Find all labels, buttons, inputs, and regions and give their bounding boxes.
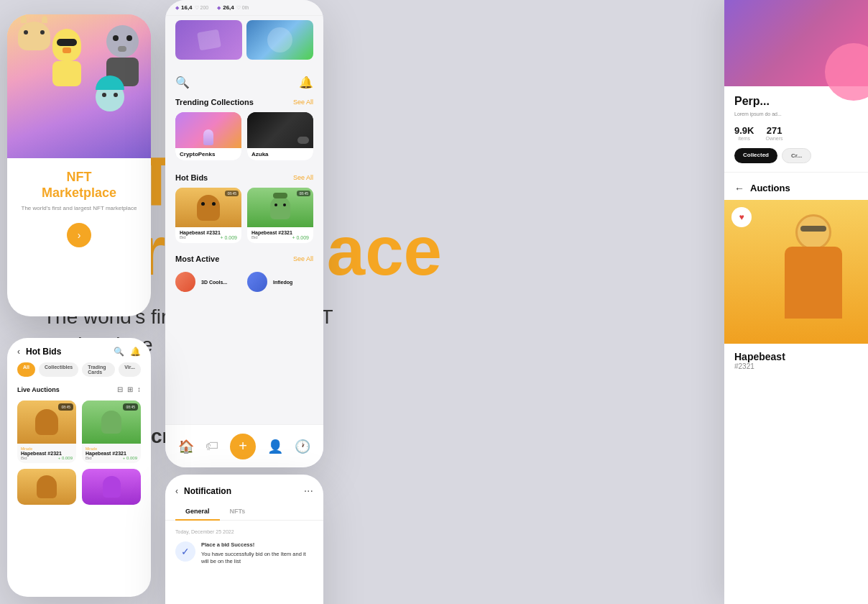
hot-bids-phone: ‹ Hot Bids 🔍 🔔 All Collectibles Trading …: [7, 338, 151, 597]
tab-nfts[interactable]: NFTs: [220, 503, 256, 520]
hot-bids-see-all[interactable]: See All: [293, 174, 313, 181]
auction-card-2[interactable]: 08:45 Miracle Hapebeast #2321 Bid + 0.00…: [82, 401, 141, 463]
notif-bid-icon: ✓: [175, 541, 195, 562]
owners-count: 271: [765, 125, 782, 136]
most-active-title: Most Active: [175, 255, 219, 263]
auction-item-info: Hapebeast #2321: [724, 344, 868, 382]
filter-collectibles[interactable]: Collectibles: [39, 362, 78, 377]
auction-timer-2: 08:45: [123, 403, 138, 411]
notification-phone: ‹ Notification ··· General NFTs Today, D…: [165, 475, 323, 604]
grid-view-icon[interactable]: ⊟: [117, 385, 123, 393]
active1-name: 3D Cools...: [201, 280, 241, 285]
nft1-name: Hapebeast #2321: [180, 230, 237, 235]
auction-price-2: + 0.009: [123, 456, 137, 460]
market-search-icon[interactable]: 🔍: [175, 76, 190, 89]
live-auctions-title: Live Auctions: [17, 386, 60, 393]
bottom-nav: 🏠 🏷 + 👤 🕐: [165, 424, 323, 467]
notif-more-icon[interactable]: ···: [304, 485, 313, 498]
notif-back-icon[interactable]: ‹: [175, 486, 178, 496]
nft2-name: Hapebeast #2321: [251, 230, 309, 235]
hot-bids-header: ‹ Hot Bids 🔍 🔔: [7, 338, 151, 362]
phone-center-body: NFTMarketplace The world's first and lar…: [7, 158, 151, 259]
tab-general[interactable]: General: [175, 503, 220, 521]
nav-tag[interactable]: 🏷: [206, 439, 218, 454]
nft1-type: Bid: [180, 235, 186, 240]
items-label: items: [734, 136, 754, 141]
bell-icon-sm[interactable]: 🔔: [130, 347, 141, 357]
filter-all[interactable]: All: [17, 362, 35, 377]
nft1-price: + 0.009: [220, 235, 237, 240]
filter-trading[interactable]: Trading Cards: [82, 362, 115, 377]
phone-center-subtitle: The world's first and largest NFT market…: [19, 205, 139, 211]
auction-type-1: Bid: [21, 456, 27, 460]
trending-title: Trending Collections: [175, 98, 254, 106]
nft2-price: + 0.009: [292, 235, 309, 240]
notif-item-body: You have successfully bid on the Item an…: [201, 551, 313, 566]
nav-clock[interactable]: 🕐: [295, 439, 310, 454]
tab-collected[interactable]: Collected: [734, 148, 777, 163]
auction-section-header: ← Auctions: [724, 173, 868, 200]
auction-card-1[interactable]: 08:45 Miracle Hapebeast #2321 Bid + 0.00…: [17, 401, 76, 463]
hot-bids-phone-title: Hot Bids: [26, 347, 108, 357]
items-count: 9.9K: [734, 125, 754, 136]
auction-type-2: Bid: [86, 456, 92, 460]
trending-card-1[interactable]: CryptoPenks: [175, 112, 241, 160]
auction-top-bg: [724, 0, 868, 86]
heart-button[interactable]: ♥: [731, 207, 752, 227]
profile-stats: 9.9K items 271 Owners: [734, 125, 858, 141]
trending-see-all[interactable]: See All: [293, 99, 313, 106]
auction-card-4[interactable]: [82, 469, 141, 505]
bid-card-2[interactable]: 08:45 Hapebeast #2321 Bid + 0.009: [247, 188, 313, 243]
owners-label: Owners: [765, 136, 782, 141]
filter-vir[interactable]: Vir...: [119, 362, 141, 377]
auction-grid-2: [7, 469, 151, 505]
nft2-type: Bid: [251, 235, 258, 240]
hot-bids-grid: 08:45 Hapebeast #2321 Bid + 0.009: [175, 188, 313, 243]
notif-date: Today, December 25 2022: [165, 529, 323, 534]
auction-timer-1: 08:45: [58, 403, 73, 411]
notif-tabs: General NFTs: [165, 503, 323, 521]
search-icon-sm[interactable]: 🔍: [114, 347, 124, 357]
nav-home[interactable]: 🏠: [178, 439, 194, 454]
list-view-icon[interactable]: ⊞: [127, 385, 133, 393]
tab-created[interactable]: Cr...: [782, 148, 811, 163]
nav-add-button[interactable]: +: [230, 434, 256, 459]
auction-card-3[interactable]: [17, 469, 76, 505]
hot-bids-title: Hot Bids: [175, 173, 208, 182]
profile-desc: Lorem ipsum do ad...: [734, 111, 858, 118]
auction-price-1: + 0.009: [58, 456, 73, 460]
nav-person[interactable]: 👤: [267, 439, 283, 454]
marketplace-phone: ◆ 16,4 ♡ 200 ◆ 26,4 ♡ 0th 🔍 🔔 Trending C…: [165, 0, 323, 467]
auction-back-icon[interactable]: ←: [734, 183, 744, 194]
auction-phone: Perp... Lorem ipsum do ad... 9.9K items …: [724, 0, 868, 604]
market-header: 🔍 🔔: [165, 64, 323, 95]
notif-item: ✓ Place a bid Success! You have successf…: [165, 541, 323, 573]
auction-section-title: Auctions: [750, 183, 790, 193]
notif-title: Notification: [184, 486, 298, 496]
notif-item-title: Place a bid Success!: [201, 541, 313, 549]
hot-bids-section: Hot Bids See All 08:45 Hapebeast #2321: [165, 170, 323, 252]
filter-tabs: All Collectibles Trading Cards Vir...: [7, 362, 151, 383]
auction-item-id: #2321: [734, 362, 858, 370]
phone-center-title: NFTMarketplace: [19, 170, 139, 201]
live-auctions-header: Live Auctions ⊟ ⊞ ↕: [7, 383, 151, 396]
auction-grid: 08:45 Miracle Hapebeast #2321 Bid + 0.00…: [7, 401, 151, 463]
phone-center-arrow-button[interactable]: ›: [67, 223, 91, 247]
auction-item-name: Hapebeast: [734, 351, 858, 362]
auction-name-2: Hapebeast #2321: [86, 451, 137, 456]
auction-main-img: ♥: [724, 200, 868, 344]
most-active-see-all[interactable]: See All: [293, 255, 313, 262]
phone-center: NFTMarketplace The world's first and lar…: [7, 14, 151, 316]
bid-card-1[interactable]: 08:45 Hapebeast #2321 Bid + 0.009: [175, 188, 241, 243]
sort-icon[interactable]: ↕: [137, 385, 141, 393]
collection2-name: Azuka: [247, 148, 313, 160]
phone-header-bg: [7, 14, 151, 158]
trending-grid: CryptoPenks Azuka: [175, 112, 313, 160]
auction-name-1: Hapebeast #2321: [21, 451, 73, 456]
back-arrow-icon[interactable]: ‹: [17, 347, 20, 357]
profile-tabs: Collected Cr...: [734, 148, 858, 163]
market-bell-icon[interactable]: 🔔: [299, 76, 313, 89]
trending-section: Trending Collections See All CryptoPenks: [165, 95, 323, 170]
trending-card-2[interactable]: Azuka: [247, 112, 313, 160]
live-icons: ⊟ ⊞ ↕: [117, 385, 141, 393]
